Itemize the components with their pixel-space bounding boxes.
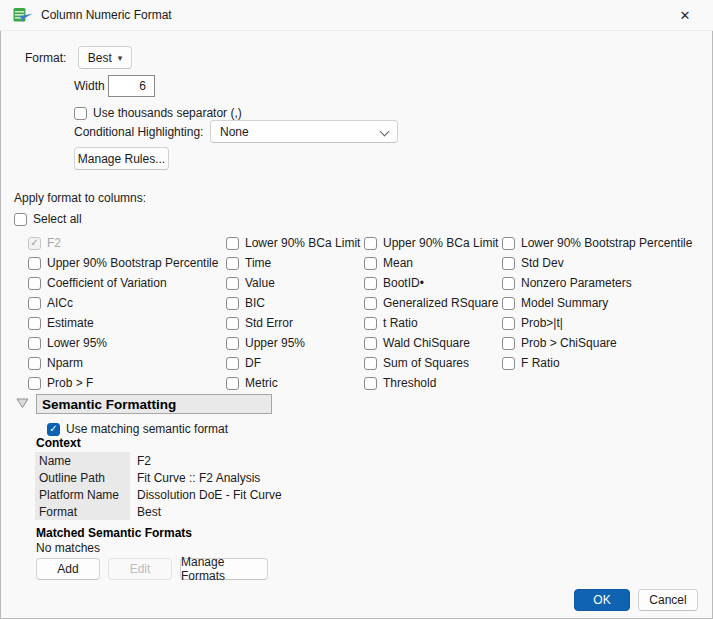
column-checkbox-model-summary[interactable] [502,297,515,310]
column-checkbox-mean[interactable] [364,257,377,270]
column-checkbox-row-sum-of-squares[interactable]: Sum of Squares [364,353,498,373]
column-checkbox-nonzero-parameters[interactable] [502,277,515,290]
column-checkbox-label: Threshold [383,376,436,390]
column-checkbox-wald-chisquare[interactable] [364,337,377,350]
column-checkbox-aicc[interactable] [28,297,41,310]
use-matching-checkbox[interactable]: ✓ [47,423,60,436]
column-checkbox-label: Mean [383,256,413,270]
column-checkbox-row-model-summary[interactable]: Model Summary [502,293,692,313]
column-checkbox-row-lower-95[interactable]: Lower 95% [28,333,218,353]
context-row-name: NameF2 [35,452,282,469]
column-checkbox-row-prob-f[interactable]: Prob > F [28,373,218,393]
column-checkbox-lower-95[interactable] [28,337,41,350]
conditional-highlighting-dropdown[interactable]: None [210,120,398,143]
column-checkbox-prob-f[interactable] [28,377,41,390]
column-checkbox-label: Model Summary [521,296,608,310]
column-checkbox-row-bic[interactable]: BIC [226,293,360,313]
columns-list-1: ✓F2Upper 90% Bootstrap PercentileCoeffic… [28,233,218,393]
column-checkbox-row-value[interactable]: Value [226,273,360,293]
column-checkbox-row-prob-chisquare[interactable]: Prob > ChiSquare [502,333,692,353]
column-checkbox-label: Nonzero Parameters [521,276,632,290]
column-checkbox-t-ratio[interactable] [364,317,377,330]
column-checkbox-row-generalized-rsquare[interactable]: Generalized RSquare [364,293,498,313]
add-button[interactable]: Add [36,558,100,580]
context-value: F2 [137,454,151,468]
context-value: Fit Curve :: F2 Analysis [137,471,260,485]
column-checkbox-value[interactable] [226,277,239,290]
column-numeric-format-dialog: Column Numeric Format ✕ Format: Best ▾ W… [0,0,713,619]
disclosure-triangle-icon[interactable] [16,398,29,409]
column-checkbox-row-wald-chisquare[interactable]: Wald ChiSquare [364,333,498,353]
context-row-outline-path: Outline PathFit Curve :: F2 Analysis [35,469,282,486]
thousands-separator-checkbox[interactable] [74,107,87,120]
column-checkbox-lower-90-bca-limit[interactable] [226,237,239,250]
column-checkbox-label: Prob > ChiSquare [521,336,617,350]
column-checkbox-df[interactable] [226,357,239,370]
format-label: Format: [25,51,66,65]
column-checkbox-row-coefficient-of-variation[interactable]: Coefficient of Variation [28,273,218,293]
column-checkbox-row-nonzero-parameters[interactable]: Nonzero Parameters [502,273,692,293]
close-icon[interactable]: ✕ [665,0,705,30]
select-all-checkbox[interactable] [14,213,27,226]
column-checkbox-row-estimate[interactable]: Estimate [28,313,218,333]
column-checkbox-row-lower-90-bootstrap-percentile[interactable]: Lower 90% Bootstrap Percentile [502,233,692,253]
column-checkbox-estimate[interactable] [28,317,41,330]
column-checkbox-prob-chisquare[interactable] [502,337,515,350]
column-checkbox-threshold[interactable] [364,377,377,390]
column-checkbox-label: Upper 95% [245,336,305,350]
column-checkbox-row-std-error[interactable]: Std Error [226,313,360,333]
column-checkbox-nparm[interactable] [28,357,41,370]
manage-formats-button[interactable]: Manage Formats [180,558,268,580]
column-checkbox-row-mean[interactable]: Mean [364,253,498,273]
column-checkbox-row-upper-90-bca-limit[interactable]: Upper 90% BCa Limit [364,233,498,253]
format-dropdown[interactable]: Best ▾ [78,46,132,69]
column-checkbox-upper-95[interactable] [226,337,239,350]
column-checkbox-row-lower-90-bca-limit[interactable]: Lower 90% BCa Limit [226,233,360,253]
column-checkbox-prob-t[interactable] [502,317,515,330]
column-checkbox-label: Time [245,256,271,270]
column-checkbox-row-threshold[interactable]: Threshold [364,373,498,393]
manage-rules-button[interactable]: Manage Rules... [74,147,169,170]
column-checkbox-generalized-rsquare[interactable] [364,297,377,310]
context-table: NameF2Outline PathFit Curve :: F2 Analys… [35,452,282,520]
title-bar: Column Numeric Format ✕ [0,0,713,31]
edit-button[interactable]: Edit [108,558,172,580]
column-checkbox-row-bootid[interactable]: BootID• [364,273,498,293]
column-checkbox-time[interactable] [226,257,239,270]
column-checkbox-lower-90-bootstrap-percentile[interactable] [502,237,515,250]
column-checkbox-row-metric[interactable]: Metric [226,373,360,393]
column-checkbox-std-dev[interactable] [502,257,515,270]
column-checkbox-sum-of-squares[interactable] [364,357,377,370]
column-checkbox-row-std-dev[interactable]: Std Dev [502,253,692,273]
column-checkbox-row-df[interactable]: DF [226,353,360,373]
column-checkbox-label: Value [245,276,275,290]
context-key: Outline Path [35,469,130,486]
context-value: Dissolution DoE - Fit Curve [137,488,282,502]
column-checkbox-row-f-ratio[interactable]: F Ratio [502,353,692,373]
cancel-button[interactable]: Cancel [638,589,698,611]
conditional-highlighting-value: None [220,125,249,139]
column-checkbox-bic[interactable] [226,297,239,310]
column-checkbox-f-ratio[interactable] [502,357,515,370]
column-checkbox-row-nparm[interactable]: Nparm [28,353,218,373]
width-input[interactable] [108,75,155,97]
column-checkbox-row-prob-t[interactable]: Prob>|t| [502,313,692,333]
semantic-formatting-header[interactable]: Semantic Formatting [36,394,272,414]
column-checkbox-bootid[interactable] [364,277,377,290]
thousands-separator-label: Use thousands separator (,) [93,106,242,120]
column-checkbox-upper-90-bootstrap-percentile[interactable] [28,257,41,270]
column-checkbox-row-time[interactable]: Time [226,253,360,273]
column-checkbox-upper-90-bca-limit[interactable] [364,237,377,250]
column-checkbox-row-upper-90-bootstrap-percentile[interactable]: Upper 90% Bootstrap Percentile [28,253,218,273]
column-checkbox-std-error[interactable] [226,317,239,330]
column-checkbox-row-aicc[interactable]: AICc [28,293,218,313]
column-checkbox-label: Estimate [47,316,94,330]
columns-list-3: Upper 90% BCa LimitMeanBootID•Generalize… [364,233,498,393]
column-checkbox-label: Coefficient of Variation [47,276,167,290]
select-all-checkbox-row[interactable]: Select all [14,209,82,229]
column-checkbox-metric[interactable] [226,377,239,390]
ok-button[interactable]: OK [574,589,630,611]
column-checkbox-coefficient-of-variation[interactable] [28,277,41,290]
column-checkbox-row-t-ratio[interactable]: t Ratio [364,313,498,333]
column-checkbox-row-upper-95[interactable]: Upper 95% [226,333,360,353]
